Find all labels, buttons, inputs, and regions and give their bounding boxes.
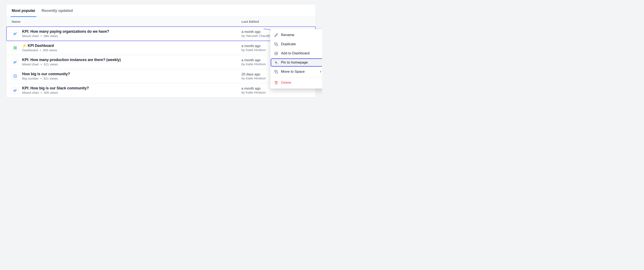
svg-rect-3: [14, 46, 15, 47]
table-row[interactable]: ⚡ KPI Dashboard Dashboard • 359 views a …: [6, 41, 316, 55]
svg-rect-12: [276, 71, 278, 73]
row-main: ⚡ KPI Dashboard Dashboard • 359 views: [22, 43, 242, 52]
tabs: Most popular Recently updated: [6, 4, 316, 17]
row-main: KPI: How many production instances are t…: [22, 58, 242, 66]
context-menu: Rename Duplicate Add to Dashboard Pin to…: [270, 29, 322, 89]
menu-label: Rename: [281, 33, 294, 37]
tab-most-popular[interactable]: Most popular: [12, 4, 35, 17]
menu-item-move-to-space[interactable]: Move to Space: [270, 67, 322, 76]
row-main: KPI: How many paying organizations do we…: [22, 29, 242, 38]
row-author: by Katie Hindson: [242, 91, 310, 94]
svg-rect-8: [276, 44, 278, 46]
row-title: KPI: How many paying organizations do we…: [22, 29, 242, 34]
pin-icon: [274, 61, 278, 65]
menu-label: Add to Dashboard: [281, 51, 310, 55]
big-number-icon: [12, 73, 18, 80]
menu-item-add-to-dashboard[interactable]: Add to Dashboard: [270, 49, 322, 58]
menu-label: Duplicate: [281, 42, 296, 46]
column-header-last-edited: Last Edited: [242, 20, 310, 23]
table-row[interactable]: How big is our community? Big number • 3…: [6, 69, 316, 83]
results-card: Most popular Recently updated Name Last …: [6, 4, 316, 98]
chevron-right-icon: [319, 70, 322, 73]
copy-icon: [274, 42, 278, 46]
menu-label: Pin to homepage: [281, 60, 308, 65]
plus-square-icon: [274, 51, 278, 55]
svg-rect-4: [15, 46, 16, 47]
table-header: Name Last Edited: [6, 17, 316, 27]
row-main: KPI: How big is our Slack community? Mix…: [22, 86, 242, 95]
dashboard-icon: [12, 45, 18, 51]
menu-item-delete[interactable]: Delete: [270, 78, 322, 87]
row-title: KPI: How many production instances are t…: [22, 58, 242, 62]
menu-label: Delete: [281, 81, 291, 85]
menu-item-rename[interactable]: Rename: [270, 30, 322, 40]
menu-label: Move to Space: [281, 70, 305, 74]
row-main: How big is our community? Big number • 3…: [22, 72, 242, 80]
row-subtitle: Mixed chart • 305 views: [22, 91, 242, 95]
mixed-chart-icon: [12, 59, 18, 65]
svg-rect-6: [15, 48, 16, 49]
menu-item-duplicate[interactable]: Duplicate: [270, 40, 322, 49]
table-row[interactable]: KPI: How many production instances are t…: [6, 55, 316, 69]
row-subtitle: Dashboard • 359 views: [22, 48, 242, 52]
tab-recently-updated[interactable]: Recently updated: [42, 4, 73, 17]
row-subtitle: Mixed chart • 385 views: [22, 34, 242, 38]
mixed-chart-icon: [12, 87, 18, 94]
table-row[interactable]: KPI: How many paying organizations do we…: [6, 27, 316, 41]
row-subtitle: Big number • 321 views: [22, 77, 242, 80]
pencil-icon: [274, 33, 278, 37]
row-title: How big is our community?: [22, 72, 242, 76]
table-row[interactable]: KPI: How big is our Slack community? Mix…: [6, 83, 316, 98]
row-title: ⚡ KPI Dashboard: [22, 43, 242, 48]
row-title: KPI: How big is our Slack community?: [22, 86, 242, 90]
folder-icon: [274, 70, 278, 74]
column-header-name: Name: [12, 20, 242, 23]
row-subtitle: Mixed chart • 321 views: [22, 62, 242, 66]
mixed-chart-icon: [12, 30, 18, 37]
menu-item-pin-to-homepage[interactable]: Pin to homepage: [270, 58, 322, 67]
trash-icon: [274, 81, 278, 85]
svg-rect-5: [14, 48, 15, 49]
divider: [270, 77, 322, 77]
